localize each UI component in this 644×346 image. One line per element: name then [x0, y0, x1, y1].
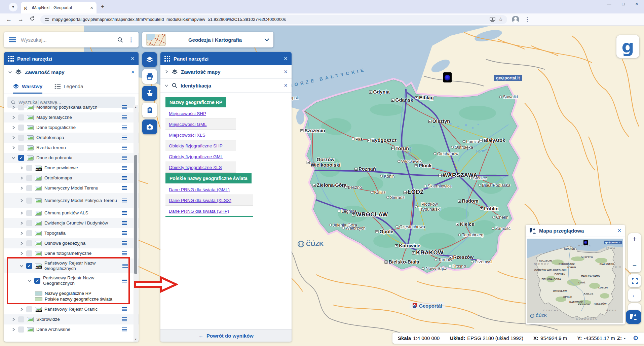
layer-row[interactable]: Ortofotomapa [4, 173, 139, 183]
layer-menu-icon[interactable] [122, 199, 127, 203]
layer-row[interactable]: Ewidencja Gruntów i Budynków [4, 218, 139, 228]
chevron-right-icon[interactable] [11, 327, 15, 332]
layer-menu-icon[interactable] [122, 307, 127, 311]
panel-close-icon[interactable]: × [284, 55, 288, 62]
download-link[interactable]: Dane PRNG dla świata (GML) [169, 187, 230, 192]
layer-checkbox[interactable] [26, 210, 32, 216]
search-options-icon[interactable]: ⋮ [128, 36, 134, 43]
layer-checkbox[interactable] [26, 198, 32, 204]
chevron-right-icon[interactable] [20, 241, 24, 245]
chevron-right-icon[interactable] [11, 136, 15, 140]
new-tab-button[interactable]: + [101, 3, 105, 10]
section-close-icon[interactable]: × [131, 69, 135, 76]
layer-menu-icon[interactable] [122, 176, 127, 180]
layer-row[interactable]: Osnowa goedezyjna [4, 238, 139, 248]
chevron-right-icon[interactable] [20, 186, 24, 190]
layer-row[interactable]: Topografia [4, 228, 139, 238]
search-icon[interactable] [117, 37, 123, 43]
layer-row[interactable]: Ortofotomapa [4, 133, 139, 143]
download-link[interactable]: Obiekty fizjograficzne XLS [169, 165, 222, 170]
settings-gear-icon[interactable]: ⚙ [633, 334, 639, 342]
module-selector[interactable]: Geodezja i Kartografia [142, 32, 273, 47]
window-maximize-button[interactable]: □ [622, 1, 625, 6]
download-link[interactable]: Obiekty fizjograficzne GML [169, 154, 223, 159]
site-info-icon[interactable] [44, 17, 49, 22]
back-to-results-button[interactable]: ← Powrót do wyników [160, 329, 292, 342]
section-close-icon[interactable]: × [284, 82, 288, 89]
overview-map[interactable]: GDAŃSKOLSZTYNSZCZECINBIAŁYSTOKBYDGOSZCZT… [527, 239, 623, 323]
layer-checkbox[interactable] [18, 135, 24, 141]
map-search-bar[interactable]: Wyszukaj... ⋮ [4, 32, 139, 47]
section-close-icon[interactable]: × [284, 68, 288, 75]
chevron-down-icon[interactable] [164, 83, 168, 88]
scroll-up-icon[interactable]: ▲ [134, 106, 138, 109]
browser-menu-icon[interactable]: ⋮ [525, 16, 530, 23]
screenshot-tool-button[interactable] [142, 119, 157, 134]
download-link[interactable]: Dane PRNG dla świata (XLSX) [169, 198, 231, 203]
chevron-right-icon[interactable] [20, 231, 24, 235]
download-link[interactable]: Obiekty fizjograficzne SHP [169, 143, 223, 148]
layer-menu-icon[interactable] [122, 327, 127, 332]
layer-menu-icon[interactable] [122, 156, 127, 160]
layer-checkbox[interactable] [26, 220, 32, 226]
identify-section[interactable]: Identyfikacja × [160, 79, 292, 93]
url-text[interactable]: mapy.geoportal.gov.pl/imapnext/imap/inde… [52, 17, 487, 22]
layer-checkbox[interactable] [26, 165, 32, 171]
layer-row[interactable]: Dane powiatowe [4, 163, 139, 173]
tab-search-icon[interactable]: ▾ [9, 3, 17, 11]
bookmark-star-icon[interactable]: ☆ [498, 16, 503, 23]
chevron-right-icon[interactable] [11, 126, 15, 130]
layer-menu-icon[interactable] [122, 105, 127, 109]
reload-icon[interactable] [30, 16, 35, 23]
menu-hamburger-icon[interactable] [9, 37, 16, 42]
zoom-out-button[interactable]: − [628, 260, 641, 271]
layer-checkbox[interactable] [26, 250, 32, 256]
back-icon[interactable]: ← [6, 16, 12, 23]
layer-menu-icon[interactable] [122, 146, 127, 150]
window-close-button[interactable]: × [635, 1, 638, 6]
layer-checkbox[interactable] [18, 105, 24, 110]
layers-tool-button[interactable] [142, 52, 157, 67]
download-link[interactable]: Miejscowości XLS [169, 133, 205, 138]
fullscreen-button[interactable] [628, 274, 641, 287]
layer-row[interactable]: Chmura punktów ALS [4, 208, 139, 218]
chevron-right-icon[interactable] [164, 70, 168, 74]
layer-menu-icon[interactable] [122, 211, 127, 215]
prng-marker-icon[interactable] [443, 72, 452, 82]
layer-menu-icon[interactable] [122, 317, 127, 321]
layer-checkbox[interactable]: ✓ [18, 155, 24, 161]
download-link[interactable]: Miejscowości GML [169, 122, 207, 127]
chevron-down-icon[interactable] [11, 156, 15, 160]
search-input[interactable]: Wyszukaj... [21, 37, 112, 43]
layer-row[interactable]: Monitoring pozyskania danych [4, 105, 139, 112]
map-content-section-collapsed[interactable]: Zawartość mapy × [160, 65, 292, 79]
identify-tool-button[interactable] [142, 86, 157, 101]
layer-menu-icon[interactable] [122, 241, 127, 245]
geoportal-logo-button[interactable]: g [616, 35, 639, 58]
zoom-in-button[interactable]: + [628, 233, 641, 245]
tab-warstwy[interactable]: Warstwy [13, 79, 42, 94]
address-bar[interactable]: mapy.geoportal.gov.pl/imapnext/imap/inde… [40, 15, 507, 24]
overview-map-toggle-button[interactable] [626, 310, 641, 324]
layer-row[interactable]: Numeryczny Model Terenu [4, 183, 139, 193]
layer-row[interactable]: Numeryczny Model Pokrycia Terenu [4, 193, 139, 208]
layer-checkbox[interactable] [18, 114, 24, 120]
chevron-right-icon[interactable] [11, 105, 15, 109]
layer-menu-icon[interactable] [122, 126, 127, 130]
layer-checkbox[interactable] [26, 306, 32, 312]
layer-checkbox[interactable] [26, 230, 32, 236]
profile-avatar[interactable] [512, 16, 519, 23]
download-link[interactable]: Miejscowości SHP [169, 111, 206, 116]
layer-row[interactable]: Mapy tematyczne [4, 112, 139, 123]
layer-checkbox[interactable] [18, 125, 24, 131]
layer-row[interactable]: ✓Dane do pobrania [4, 153, 139, 163]
tab-legenda[interactable]: Legenda [54, 79, 83, 94]
download-link[interactable]: Dane PRNG dla świata (SHP) [169, 209, 229, 214]
map-content-section[interactable]: Zawartość mapy × [4, 65, 139, 79]
layer-menu-icon[interactable] [122, 136, 127, 140]
clipboard-tool-button[interactable] [142, 103, 157, 117]
scrollbar-thumb[interactable] [134, 155, 137, 274]
chevron-right-icon[interactable] [20, 166, 24, 170]
chevron-right-icon[interactable] [20, 176, 24, 180]
install-icon[interactable] [490, 17, 495, 22]
